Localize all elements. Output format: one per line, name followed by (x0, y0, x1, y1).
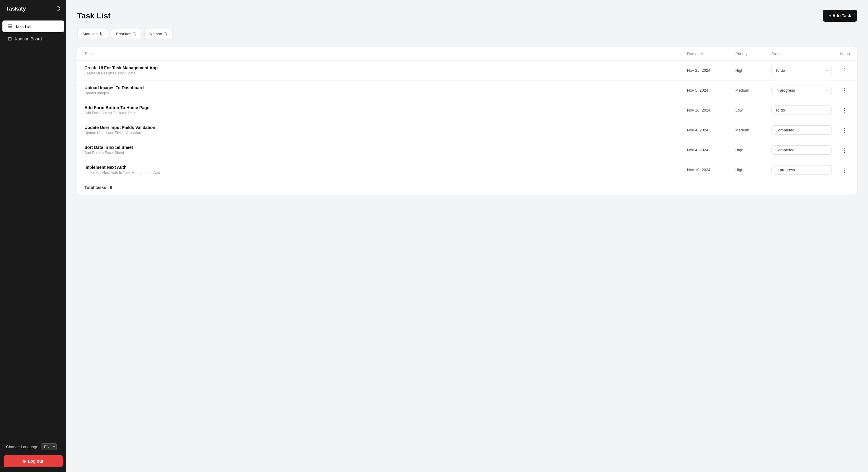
sidebar-item-label: Kanban Board (15, 36, 42, 41)
task-name: Sort Data In Excel Sheet (85, 145, 687, 150)
moon-icon: ☽ (56, 5, 60, 12)
status-select[interactable]: To do In progress Completed (772, 66, 832, 75)
table-row: Add Form Button To Home Page Add Form Bu… (77, 100, 857, 120)
task-desc: Add Form Button To Home Page (85, 111, 687, 115)
task-list-icon: ☰ (8, 24, 12, 29)
table-row: Upload Images To Dashboard Upload Images… (77, 80, 857, 100)
task-name: Create UI For Task Management App (85, 65, 687, 70)
task-info: Upload Images To Dashboard Upload Images (85, 85, 687, 95)
filter-bar: Statuses ⇅ Priorities ⇅ No sort ⇅ (77, 29, 857, 39)
task-desc: Implement Next Auth In Task Management A… (85, 171, 687, 175)
statuses-chevron-icon: ⇅ (99, 32, 103, 36)
priority: Medium (735, 88, 772, 93)
row-menu-button[interactable]: ⋮ (839, 145, 850, 155)
task-info: Sort Data In Excel Sheet Sort Data In Ex… (85, 145, 687, 155)
page-title: Task List (77, 11, 111, 21)
sidebar-bottom: Change Language EN FR DE ⎋ Log out (0, 437, 66, 472)
logout-label: Log out (28, 459, 43, 464)
task-name: Implement Next Auth (85, 165, 687, 170)
due-date: Nov 5, 2024 (687, 88, 735, 93)
col-header-menu: Menu (832, 52, 850, 56)
task-desc: Create UI Designs Using Figma (85, 71, 687, 75)
task-desc: Upload Images (85, 91, 687, 95)
priority: Medium (735, 128, 772, 132)
total-tasks: Total tasks : 6 (77, 180, 857, 195)
status-select[interactable]: To do In progress Completed (772, 165, 832, 174)
statuses-filter-label: Statuses (82, 32, 98, 36)
sidebar: Taskaty ☽ ☰ Task List ⊞ Kanban Board Cha… (0, 0, 66, 472)
status-cell: To do In progress Completed (772, 165, 832, 174)
row-menu-button[interactable]: ⋮ (839, 165, 850, 175)
due-date: Nov 10, 2024 (687, 108, 735, 112)
main-header: Task List + Add Task (77, 10, 857, 22)
main-content: Task List + Add Task Statuses ⇅ Prioriti… (66, 0, 868, 472)
status-cell: To do In progress Completed (772, 105, 832, 115)
menu-cell: ⋮ (832, 105, 850, 115)
task-info: Implement Next Auth Implement Next Auth … (85, 165, 687, 175)
status-cell: To do In progress Completed (772, 86, 832, 95)
logout-icon: ⎋ (23, 459, 25, 464)
table-row: Sort Data In Excel Sheet Sort Data In Ex… (77, 140, 857, 160)
task-name: Upload Images To Dashboard (85, 85, 687, 90)
table-row: Implement Next Auth Implement Next Auth … (77, 160, 857, 180)
status-select[interactable]: To do In progress Completed (772, 86, 832, 95)
status-cell: To do In progress Completed (772, 125, 832, 135)
task-name: Add Form Button To Home Page (85, 105, 687, 110)
status-select[interactable]: To do In progress Completed (772, 105, 832, 115)
status-select[interactable]: To do In progress Completed (772, 125, 832, 135)
logout-button[interactable]: ⎋ Log out (4, 455, 63, 467)
sidebar-item-label: Task List (15, 24, 31, 29)
task-info: Create UI For Task Management App Create… (85, 65, 687, 75)
sort-filter-label: No sort (150, 32, 162, 36)
add-task-button[interactable]: + Add Task (823, 10, 857, 22)
row-menu-button[interactable]: ⋮ (839, 86, 850, 95)
sidebar-item-kanban-board[interactable]: ⊞ Kanban Board (2, 33, 64, 45)
priority: Low (735, 108, 772, 112)
col-header-duedate: Due date (687, 52, 735, 56)
task-info: Add Form Button To Home Page Add Form Bu… (85, 105, 687, 115)
priorities-filter-label: Priorities (116, 32, 131, 36)
due-date: Nov 4, 2024 (687, 148, 735, 152)
change-language-label: Change Language (6, 445, 38, 449)
statuses-filter-button[interactable]: Statuses ⇅ (77, 29, 108, 39)
task-desc: Sort Data In Excel Sheet (85, 151, 687, 155)
priority: High (735, 68, 772, 73)
status-cell: To do In progress Completed (772, 66, 832, 75)
task-table: Tasks Due date Priority Status Menu Crea… (77, 47, 857, 195)
priority: High (735, 168, 772, 172)
status-cell: To do In progress Completed (772, 145, 832, 155)
language-select[interactable]: EN FR DE (41, 443, 57, 450)
row-menu-button[interactable]: ⋮ (839, 66, 850, 75)
table-row: Update User Input Fields Validation Upda… (77, 120, 857, 140)
task-name: Update User Input Fields Validation (85, 125, 687, 130)
priority: High (735, 148, 772, 152)
col-header-tasks: Tasks (85, 52, 687, 56)
app-logo: Taskaty ☽ (0, 0, 66, 18)
task-desc: Update User Input Fields Validation (85, 131, 687, 135)
table-header: Tasks Due date Priority Status Menu (77, 47, 857, 61)
table-row: Create UI For Task Management App Create… (77, 61, 857, 80)
sort-chevron-icon: ⇅ (164, 32, 167, 36)
sort-filter-button[interactable]: No sort ⇅ (145, 29, 173, 39)
menu-cell: ⋮ (832, 125, 850, 135)
menu-cell: ⋮ (832, 145, 850, 155)
menu-cell: ⋮ (832, 86, 850, 95)
kanban-icon: ⊞ (8, 36, 12, 42)
priorities-filter-button[interactable]: Priorities ⇅ (111, 29, 142, 39)
sidebar-nav: ☰ Task List ⊞ Kanban Board (0, 18, 66, 437)
status-select[interactable]: To do In progress Completed (772, 145, 832, 155)
sidebar-item-task-list[interactable]: ☰ Task List (2, 21, 64, 32)
row-menu-button[interactable]: ⋮ (839, 125, 850, 135)
col-header-status: Status (772, 52, 832, 56)
row-menu-button[interactable]: ⋮ (839, 105, 850, 115)
due-date: Nov 4, 2024 (687, 128, 735, 132)
menu-cell: ⋮ (832, 66, 850, 75)
due-date: Nov 25, 2024 (687, 68, 735, 73)
menu-cell: ⋮ (832, 165, 850, 175)
col-header-priority: Priority (735, 52, 772, 56)
app-name: Taskaty (6, 6, 26, 12)
due-date: Nov 10, 2024 (687, 168, 735, 172)
add-task-label: + Add Task (829, 13, 851, 18)
priorities-chevron-icon: ⇅ (133, 32, 136, 36)
change-language: Change Language EN FR DE (4, 442, 63, 451)
